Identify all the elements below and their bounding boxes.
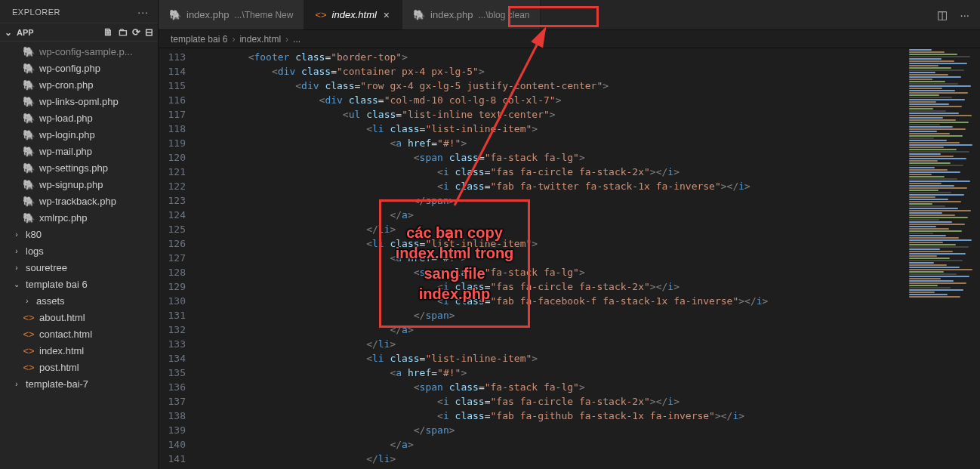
file-xmlrpc-php[interactable]: 🐘xmlrpc.php <box>0 209 158 226</box>
code-line[interactable]: <a href="#!"> <box>201 136 904 150</box>
code-editor[interactable]: <footer class="border-top"> <div class="… <box>201 48 904 469</box>
code-line[interactable]: <span class="fa-stack fa-lg"> <box>201 150 904 165</box>
code-line[interactable]: </li> <box>201 337 904 351</box>
code-line[interactable]: <div class="container px-4 px-lg-5"> <box>201 64 904 79</box>
code-line[interactable]: <li class="list-inline-item"> <box>201 236 904 251</box>
tab-index-html-1[interactable]: <>index.html× <box>304 0 402 29</box>
breadcrumbs[interactable]: template bai 6›index.html›... <box>159 30 980 48</box>
line-number: 129 <box>159 279 201 294</box>
code-line[interactable]: <div class="row gx-4 gx-lg-5 justify-con… <box>201 79 904 93</box>
code-line[interactable]: </li> <box>201 222 904 236</box>
file-post-html[interactable]: <>post.html <box>0 359 158 375</box>
folder-k80[interactable]: ›k80 <box>0 226 158 242</box>
code-line[interactable]: <footer class="border-top"> <box>201 50 904 64</box>
minimap[interactable] <box>904 48 980 469</box>
file-wp-mail-php[interactable]: 🐘wp-mail.php <box>0 143 158 159</box>
file-wp-login-php[interactable]: 🐘wp-login.php <box>0 126 158 143</box>
file-wp-signup-php[interactable]: 🐘wp-signup.php <box>0 176 158 193</box>
code-line[interactable]: <span class="fa-stack fa-lg"> <box>201 380 904 394</box>
breadcrumb-separator: › <box>285 34 288 45</box>
code-line[interactable]: <a href="#!"> <box>201 366 904 380</box>
tab-index-php-0[interactable]: 🐘index.php...\Theme New <box>159 0 304 29</box>
minimap-line <box>909 210 971 211</box>
code-line[interactable]: </span> <box>201 423 904 437</box>
more-actions-icon[interactable]: ··· <box>960 8 969 21</box>
code-line[interactable]: </a> <box>201 437 904 452</box>
new-file-icon[interactable]: 🗎 <box>103 26 113 38</box>
code-line[interactable]: <li class="list-inline-item"> <box>201 122 904 136</box>
breadcrumb-item[interactable]: ... <box>293 34 300 45</box>
code-line[interactable]: </span> <box>201 308 904 322</box>
code-line[interactable]: <li class="list-inline-item"> <box>201 351 904 366</box>
new-folder-icon[interactable]: 🗀 <box>118 26 128 38</box>
file-contact-html[interactable]: <>contact.html <box>0 326 158 342</box>
code-line[interactable]: <ul class="list-inline text-center"> <box>201 107 904 122</box>
breadcrumb-item[interactable]: index.html <box>239 34 281 45</box>
section-header-app[interactable]: ⌄ APP 🗎 🗀 ⟳ ⊟ <box>0 23 158 42</box>
minimap-line <box>909 135 963 137</box>
minimap-line <box>909 292 935 293</box>
file-tree: 🐘wp-config-sample.p...🐘wp-config.php🐘wp-… <box>0 42 158 469</box>
minimap-line <box>909 97 952 98</box>
tab-index-php-2[interactable]: 🐘index.php...\blog clean <box>402 0 541 29</box>
html-file-icon: <> <box>23 345 35 356</box>
folder-template-bai-7[interactable]: ›template-bai-7 <box>0 375 158 392</box>
folder-assets[interactable]: ›assets <box>0 292 158 309</box>
code-line[interactable]: </span> <box>201 193 904 208</box>
line-number: 127 <box>159 251 201 265</box>
php-file-icon: 🐘 <box>23 129 35 140</box>
file-about-html[interactable]: <>about.html <box>0 309 158 326</box>
file-wp-links-opml-php[interactable]: 🐘wp-links-opml.php <box>0 93 158 110</box>
tree-item-label: wp-config.php <box>39 63 100 74</box>
file-wp-trackback-php[interactable]: 🐘wp-trackback.php <box>0 193 158 209</box>
code-line[interactable]: <i class="fas fa-circle fa-stack-2x"></i… <box>201 279 904 294</box>
file-wp-config-php[interactable]: 🐘wp-config.php <box>0 60 158 76</box>
tree-item-label: wp-config-sample.p... <box>39 46 133 57</box>
breadcrumb-item[interactable]: template bai 6 <box>171 34 227 45</box>
minimap-line <box>909 253 966 255</box>
code-line[interactable]: <i class="fab fa-github fa-stack-1x fa-i… <box>201 409 904 423</box>
code-line[interactable]: <a href="#!"> <box>201 251 904 265</box>
split-editor-icon[interactable]: ◫ <box>937 8 948 22</box>
explorer-more-icon[interactable]: ··· <box>137 6 149 18</box>
minimap-line <box>909 156 954 157</box>
code-line[interactable]: <i class="fas fa-circle fa-stack-2x"></i… <box>201 165 904 179</box>
folder-souretree[interactable]: ›souretree <box>0 259 158 276</box>
folder-logs[interactable]: ›logs <box>0 242 158 259</box>
minimap-line <box>909 239 972 241</box>
code-line[interactable]: <i class="fas fa-circle fa-stack-2x"></i… <box>201 394 904 409</box>
line-number: 138 <box>159 409 201 423</box>
minimap-line <box>909 287 951 288</box>
minimap-line <box>909 271 944 273</box>
file-wp-config-sample-p-[interactable]: 🐘wp-config-sample.p... <box>0 43 158 60</box>
php-file-icon: 🐘 <box>23 46 35 57</box>
html-file-icon: <> <box>23 362 35 373</box>
folder-template-bai-6[interactable]: ⌄template bai 6 <box>0 276 158 292</box>
minimap-line <box>909 242 943 243</box>
minimap-line <box>909 181 970 182</box>
minimap-line <box>909 178 957 180</box>
code-line[interactable]: </li> <box>201 452 904 466</box>
minimap-line <box>909 74 948 76</box>
php-file-icon: 🐘 <box>23 196 35 207</box>
file-wp-settings-php[interactable]: 🐘wp-settings.php <box>0 159 158 176</box>
line-number: 119 <box>159 136 201 150</box>
collapse-icon[interactable]: ⊟ <box>145 26 153 38</box>
code-line[interactable]: </a> <box>201 208 904 222</box>
code-line[interactable]: <i class="fab fa-facebook-f fa-stack-1x … <box>201 294 904 308</box>
minimap-line <box>909 124 940 125</box>
refresh-icon[interactable]: ⟳ <box>132 26 140 38</box>
breadcrumb-separator: › <box>232 34 235 45</box>
php-file-icon: 🐘 <box>23 113 35 124</box>
file-index-html[interactable]: <>index.html <box>0 342 158 359</box>
minimap-line <box>909 151 969 153</box>
line-number: 120 <box>159 150 201 165</box>
file-wp-cron-php[interactable]: 🐘wp-cron.php <box>0 76 158 93</box>
close-icon[interactable]: × <box>382 9 391 21</box>
minimap-line <box>909 185 954 187</box>
file-wp-load-php[interactable]: 🐘wp-load.php <box>0 110 158 126</box>
code-line[interactable]: <div class="col-md-10 col-lg-8 col-xl-7"… <box>201 93 904 107</box>
code-line[interactable]: <i class="fab fa-twitter fa-stack-1x fa-… <box>201 179 904 193</box>
code-line[interactable]: </a> <box>201 322 904 337</box>
code-line[interactable]: <span class="fa-stack fa-lg"> <box>201 265 904 279</box>
